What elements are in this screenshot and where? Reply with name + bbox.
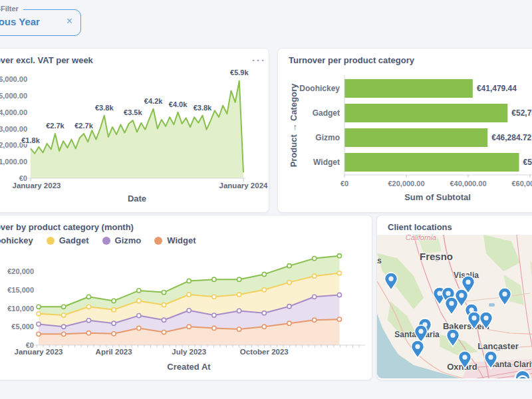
data-point[interactable] — [337, 317, 341, 321]
category-bar-chart[interactable]: Doohickey€41,479.44Gadget€52,757.66Gizmo… — [278, 49, 532, 212]
data-point[interactable] — [212, 326, 216, 330]
axis-tick-label: €1,000.00 — [0, 158, 27, 166]
filter-chip[interactable]: Filter Previous Year × — [0, 9, 81, 36]
map-pin-icon[interactable] — [446, 329, 460, 348]
data-point[interactable] — [112, 299, 116, 303]
bar-category-label: Doohickey — [299, 84, 340, 93]
stacked-area-chart[interactable]: €20,000€15,000€10,000€5,000€0January 202… — [0, 215, 372, 380]
data-point[interactable] — [112, 308, 116, 312]
data-point[interactable] — [162, 330, 166, 334]
data-point[interactable] — [187, 309, 191, 313]
axis-tick-label: October 2023 — [240, 348, 289, 356]
data-point[interactable] — [237, 327, 241, 331]
data-point[interactable] — [313, 318, 317, 322]
data-point[interactable] — [37, 322, 41, 326]
data-point-label: €3.8k — [194, 104, 212, 112]
data-point[interactable] — [137, 314, 141, 318]
bar-widget[interactable] — [344, 153, 519, 172]
data-point[interactable] — [237, 309, 241, 313]
data-point[interactable] — [187, 325, 191, 329]
data-point[interactable] — [212, 295, 216, 299]
data-point[interactable] — [262, 272, 266, 276]
data-point[interactable] — [287, 321, 291, 325]
data-point[interactable] — [262, 325, 266, 329]
data-point[interactable] — [313, 274, 317, 278]
bar-doohickey[interactable] — [344, 79, 473, 98]
data-point[interactable] — [62, 325, 66, 329]
map-pin-icon[interactable] — [483, 350, 498, 370]
axis-tick-label: €40,000.00 — [450, 180, 486, 188]
data-point[interactable] — [262, 288, 266, 292]
map-pin-icon[interactable] — [497, 287, 512, 307]
data-point[interactable] — [112, 321, 116, 325]
data-point[interactable] — [62, 332, 66, 336]
axis-tick-label: January 2023 — [13, 182, 61, 190]
card-turnover-weekly[interactable]: Turnover excl. VAT per week ··· €6,000.0… — [0, 48, 269, 213]
data-point[interactable] — [86, 331, 90, 335]
data-point-label: €3.8k — [95, 104, 114, 112]
x-axis-title: Sum of Subtotal — [344, 192, 531, 202]
data-point-label: €2.7k — [46, 122, 65, 130]
data-point[interactable] — [237, 293, 241, 297]
axis-tick-label: €3,000.00 — [0, 125, 27, 133]
data-point[interactable] — [287, 305, 291, 309]
axis-tick-label: €60,000.00 — [511, 180, 532, 188]
map-pin-icon[interactable] — [384, 272, 398, 291]
filter-remove-icon[interactable]: × — [66, 15, 72, 27]
data-point[interactable] — [313, 256, 317, 260]
data-point[interactable] — [337, 293, 341, 297]
map-pin-icon[interactable] — [410, 340, 425, 359]
map-pin-icon[interactable] — [479, 311, 493, 331]
data-point[interactable] — [287, 264, 291, 268]
data-point[interactable] — [62, 313, 66, 317]
data-point[interactable] — [86, 295, 90, 299]
map-pin-icon[interactable] — [458, 350, 472, 370]
card-client-locations[interactable]: Client locations — [376, 215, 532, 380]
data-point[interactable] — [337, 254, 341, 258]
card-turnover-by-category-month[interactable]: Turnover by product category (month) Doo… — [0, 215, 372, 380]
data-point[interactable] — [137, 289, 141, 293]
data-point[interactable] — [187, 279, 191, 283]
data-point[interactable] — [37, 312, 41, 316]
bar-gizmo[interactable] — [344, 128, 487, 147]
axis-tick-label: €6,000.00 — [0, 75, 27, 83]
axis-tick-label: €4,000.00 — [0, 108, 27, 116]
data-point-label: €4.0k — [169, 100, 188, 108]
map-city-label: Fresno — [420, 251, 453, 262]
data-point[interactable] — [187, 293, 191, 297]
data-point[interactable] — [137, 326, 141, 330]
data-point[interactable] — [162, 303, 166, 307]
x-axis-title: Created At — [56, 362, 322, 372]
data-point[interactable] — [237, 277, 241, 281]
data-point-label: €2.7k — [74, 122, 93, 130]
data-point[interactable] — [37, 305, 41, 309]
axis-tick-label: €10,000 — [7, 305, 34, 313]
data-point-label: €4.2k — [144, 97, 163, 105]
bar-value-label: €46,284.72 — [491, 133, 531, 142]
data-point[interactable] — [313, 295, 317, 299]
data-point[interactable] — [287, 281, 291, 285]
bar-value-label: €41,479.44 — [477, 84, 517, 93]
map-surface[interactable]: CaliforniaFresnoSalinasVisaliaBakersfiel… — [377, 235, 532, 378]
weekly-area-chart[interactable]: €6,000.00€5,000.00€4,000.00€3,000.00€2,0… — [0, 49, 269, 212]
data-point[interactable] — [262, 311, 266, 315]
data-point[interactable] — [337, 271, 341, 275]
data-point[interactable] — [62, 305, 66, 309]
bar-category-label: Widget — [313, 158, 340, 167]
map-city-label: California — [406, 235, 436, 241]
card-turnover-by-category[interactable]: Turnover per product category Doohickey€… — [277, 48, 532, 213]
map-cluster-icon[interactable] — [514, 369, 531, 378]
bar-value-label: €52,757.66 — [511, 108, 532, 118]
map-pin-icon[interactable] — [461, 275, 475, 295]
data-point[interactable] — [86, 305, 90, 309]
data-point[interactable] — [137, 299, 141, 303]
bar-gadget[interactable] — [344, 104, 507, 122]
data-point-label: €5.9k — [230, 68, 249, 76]
data-point[interactable] — [162, 318, 166, 322]
data-point[interactable] — [162, 291, 166, 295]
data-point[interactable] — [86, 319, 90, 323]
data-point[interactable] — [112, 332, 116, 336]
data-point[interactable] — [212, 313, 216, 317]
data-point[interactable] — [37, 332, 41, 336]
data-point[interactable] — [212, 277, 216, 281]
